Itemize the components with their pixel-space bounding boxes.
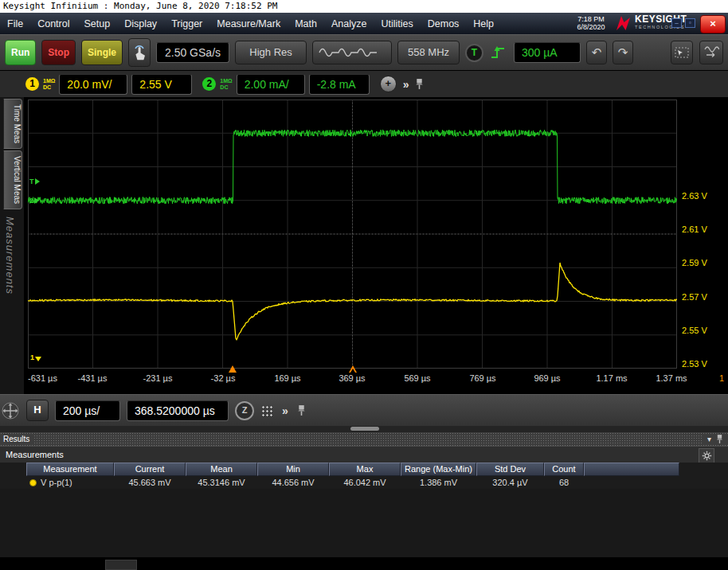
channel-1-offset[interactable]: 2.55 V [131,74,192,95]
clock-date: 6/8/2020 [570,23,612,31]
menu-bar: File Control Setup Display Trigger Measu… [0,13,728,34]
redo-button[interactable]: ↷ [613,41,633,64]
horizontal-button[interactable]: H [26,400,49,421]
stop-button[interactable]: Stop [41,40,76,65]
measurement-min-cell: 44.656 mV [257,476,329,489]
delay-display[interactable]: 368.5200000 µs [127,400,229,421]
channel-2-offset[interactable]: -2.8 mA [309,74,370,95]
pan-icon[interactable] [1,401,20,420]
menu-utilities[interactable]: Utilities [374,18,420,29]
menu-display[interactable]: Display [117,18,164,29]
channel-1-coupling: 1MΩDC [43,78,55,90]
run-button[interactable]: Run [5,40,36,65]
channel-1-arrow-icon [35,357,41,361]
channel-pin-icon[interactable] [415,78,424,90]
grid-dots-icon[interactable] [260,404,273,417]
x-tick-label: -631 µs [28,373,57,383]
menu-measure-mark[interactable]: Measure/Mark [209,18,288,29]
measurements-panel-bar: Measurements [0,446,728,463]
measurements-table-header: Measurement Current Mean Min Max Range (… [0,463,728,476]
channel-2-coupling: 1MΩDC [220,78,232,90]
bandwidth-display[interactable]: 558 MHz [397,41,460,64]
channel-2-scale[interactable]: 2.00 mA/ [237,74,305,95]
measurement-sidebar: Time Meas Vertical Meas Measurements [0,97,24,394]
results-collapse-icon[interactable]: ▾ [707,435,711,443]
gear-icon [702,451,712,461]
x-tick-label: -431 µs [78,373,108,383]
channel-2-reference-marker[interactable]: 2 [29,197,39,205]
tab-time-meas[interactable]: Time Meas [3,99,22,149]
minimize-button[interactable]: – [671,18,682,28]
y-tick-label: 2.57 V [682,292,725,302]
column-header: Max [329,463,401,476]
channel-1-badge[interactable]: 1 [25,77,39,91]
timebase-display[interactable]: 200 µs/ [55,400,120,421]
undo-button[interactable]: ↶ [586,41,607,64]
menu-math[interactable]: Math [288,18,324,29]
touch-toggle-button[interactable] [128,38,151,67]
measurement-color-dot [29,479,37,486]
measurement-row[interactable]: V p-p(1) 45.663 mV 45.3146 mV 44.656 mV … [0,476,728,489]
x-tick-label: 1.17 ms [596,373,627,383]
sample-rate-display[interactable]: 2.50 GSa/s [156,42,229,63]
results-header[interactable]: Results ▾ [0,432,728,446]
trigger-time-marker[interactable] [229,365,237,373]
x-tick-label: 169 µs [274,373,300,383]
channel-expand-chevrons[interactable]: » [401,78,412,91]
waveform-toggle-button[interactable] [699,41,723,64]
restore-button[interactable]: ▫ [685,18,695,28]
menu-control[interactable]: Control [30,18,76,29]
column-header: Std Dev [476,463,544,476]
add-channel-button[interactable]: + [380,76,397,92]
results-title: Results [0,434,34,444]
trigger-level-arrow-icon [35,178,40,185]
time-reference-marker[interactable] [349,365,357,373]
settings-button[interactable] [699,448,714,463]
menu-setup[interactable]: Setup [76,18,117,29]
horizontal-pin-icon[interactable] [297,404,306,416]
menu-demos[interactable]: Demos [421,18,467,29]
waveform-style-button[interactable] [312,41,392,64]
tab-vertical-meas[interactable]: Vertical Meas [3,150,22,209]
channel-2-badge[interactable]: 2 [202,77,216,91]
menu-file[interactable]: File [0,18,30,29]
touch-icon [133,43,146,62]
channel-1-scale[interactable]: 20.0 mV/ [59,74,127,95]
measurement-count-cell: 68 [544,476,584,489]
column-header: Range (Max-Min) [401,463,476,476]
taskbar-item[interactable] [105,560,137,570]
x-tick-label: 1.37 ms [656,373,687,383]
window-title: Keysight Infiniium : Monday, June 8, 202… [0,0,728,13]
results-pin-icon[interactable] [716,434,723,444]
selection-box-button[interactable] [671,41,693,64]
trigger-level-marker[interactable]: T [29,178,40,185]
y-tick-label: 2.55 V [682,326,725,335]
menu-help[interactable]: Help [466,18,501,29]
column-header: Mean [186,463,257,476]
measurement-max-cell: 46.042 mV [329,476,401,489]
close-button[interactable]: × [700,15,726,33]
waveform-plot [28,100,677,369]
acquisition-mode-display[interactable]: High Res [235,41,307,64]
x-tick-label: -231 µs [143,373,173,383]
trigger-badge[interactable]: T [465,44,483,62]
channel-1-reference-marker[interactable]: 1 [30,353,41,361]
clock: 7:18 PM 6/8/2020 [570,15,612,31]
menu-analyze[interactable]: Analyze [324,18,374,29]
measurements-drag-tab[interactable]: Measurements [4,217,16,295]
horizontal-expand-chevrons[interactable]: » [280,404,291,417]
waveform-display[interactable] [28,100,677,369]
splitter-handle[interactable] [350,427,379,431]
measurement-stddev-cell: 320.4 µV [476,476,544,489]
measurement-mean-cell: 45.3146 mV [186,476,257,489]
taskbar [0,557,728,570]
trigger-edge-icon[interactable] [489,44,508,61]
trigger-level-display[interactable]: 300 µA [514,42,581,63]
selection-box-icon [675,47,689,58]
menu-trigger[interactable]: Trigger [164,18,209,29]
zoom-button[interactable]: Z [235,401,254,420]
channel-bar: 1 1MΩDC 20.0 mV/ 2.55 V 2 1MΩDC 2.00 mA/… [0,70,728,97]
y-tick-label: 2.59 V [682,258,725,267]
horizontal-bar: H 200 µs/ 368.5200000 µs Z » [0,394,728,426]
single-button[interactable]: Single [81,40,123,65]
